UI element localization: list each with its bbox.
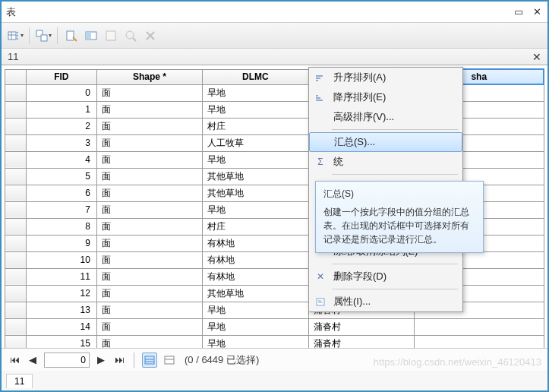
cell-sha[interactable] — [415, 318, 544, 335]
cell-dlmc[interactable]: 人工牧草 — [203, 134, 308, 151]
cell-fid[interactable]: 11 — [26, 268, 96, 285]
cell-shape[interactable]: 面 — [96, 335, 202, 348]
cell-shape[interactable]: 面 — [96, 134, 202, 151]
menu-properties[interactable]: 属性(I)... — [309, 292, 462, 311]
cell-dlmc[interactable]: 其他草地 — [203, 185, 308, 201]
cell-fid[interactable]: 2 — [26, 118, 96, 134]
cell-dlmc[interactable]: 其他草地 — [203, 168, 308, 185]
nav-next-button[interactable]: ▶ — [94, 353, 108, 367]
cell-fid[interactable]: 9 — [26, 235, 96, 251]
cell-fid[interactable]: 15 — [26, 335, 96, 348]
close-button[interactable]: ✕ — [531, 7, 543, 17]
cell-dlmc[interactable]: 旱地 — [203, 302, 308, 318]
switch-selection-button[interactable] — [82, 27, 100, 45]
cell-dlmc[interactable]: 有林地 — [203, 268, 308, 285]
cell-fid[interactable]: 7 — [26, 201, 96, 218]
cell-dlmc[interactable]: 村庄 — [203, 118, 308, 134]
cell-dlmc[interactable]: 旱地 — [203, 84, 308, 101]
menu-sort-descending[interactable]: 降序排列(E) — [309, 87, 462, 107]
row-selector[interactable] — [5, 335, 27, 348]
menu-summarize[interactable]: 汇总(S)... — [309, 132, 462, 152]
row-selector[interactable] — [5, 151, 27, 168]
cell-shape[interactable]: 面 — [96, 118, 202, 134]
row-selector[interactable] — [5, 302, 27, 318]
column-header-shape[interactable]: Shape * — [96, 69, 202, 84]
table-options-button[interactable]: ▾ — [6, 27, 24, 45]
row-selector[interactable] — [5, 268, 27, 285]
select-by-attributes-button[interactable] — [62, 27, 80, 45]
row-selector[interactable] — [5, 134, 27, 151]
row-selector[interactable] — [5, 84, 27, 101]
clear-selection-button[interactable] — [102, 27, 120, 45]
row-selector[interactable] — [5, 201, 27, 218]
cell-dlmc[interactable]: 有林地 — [203, 235, 308, 251]
menu-advanced-sort[interactable]: 高级排序(V)... — [309, 107, 462, 127]
cell-fid[interactable]: 4 — [26, 151, 96, 168]
cell-fid[interactable]: 5 — [26, 168, 96, 185]
row-selector-header[interactable] — [5, 69, 27, 84]
cell-fid[interactable]: 8 — [26, 218, 96, 235]
cell-shape[interactable]: 面 — [96, 268, 202, 285]
table-row[interactable]: 15面旱地蒲沓村 — [5, 335, 544, 348]
cell-fid[interactable]: 12 — [26, 285, 96, 302]
row-selector[interactable] — [5, 235, 27, 251]
row-selector[interactable] — [5, 168, 27, 185]
column-header-dlmc[interactable]: DLMC — [203, 69, 308, 84]
cell-shape[interactable]: 面 — [96, 185, 202, 201]
cell-shape[interactable]: 面 — [96, 302, 202, 318]
cell-fid[interactable]: 6 — [26, 185, 96, 201]
row-selector[interactable] — [5, 118, 27, 134]
cell-shape[interactable]: 面 — [96, 318, 202, 335]
cell-fid[interactable]: 14 — [26, 318, 96, 335]
cell-dlmc[interactable]: 村庄 — [203, 218, 308, 235]
row-selector[interactable] — [5, 218, 27, 235]
cell-shape[interactable]: 面 — [96, 168, 202, 185]
delete-selected-button[interactable] — [141, 27, 159, 45]
show-selected-records-button[interactable] — [162, 352, 177, 368]
cell-shape[interactable]: 面 — [96, 151, 202, 168]
cell-dlmc[interactable]: 其他草地 — [203, 285, 308, 302]
cell-fid[interactable]: 3 — [26, 134, 96, 151]
cell-dlmc[interactable]: 旱地 — [203, 151, 308, 168]
row-selector[interactable] — [5, 101, 27, 118]
cell-dlmc[interactable]: 旱地 — [203, 318, 308, 335]
nav-first-button[interactable]: ⏮ — [8, 353, 21, 367]
cell-fid[interactable]: 10 — [26, 251, 96, 268]
show-all-records-button[interactable] — [142, 352, 157, 368]
menu-statistics[interactable]: Σ 统 — [309, 152, 462, 172]
titlebar: 表 ▭ ✕ — [2, 2, 547, 23]
cell-dlmc[interactable]: 旱地 — [203, 101, 308, 118]
cell-dlmc[interactable]: 有林地 — [203, 251, 308, 268]
menu-delete-field[interactable]: ✕ 删除字段(D) — [309, 267, 462, 286]
cell-sha[interactable] — [415, 335, 544, 348]
row-selector[interactable] — [5, 285, 27, 302]
cell-fid[interactable]: 0 — [26, 84, 96, 101]
related-tables-button[interactable]: ▾ — [34, 27, 52, 45]
tab-11[interactable]: 11 — [6, 374, 33, 388]
cell-shape[interactable]: 面 — [96, 235, 202, 251]
nav-last-button[interactable]: ⏭ — [112, 353, 126, 367]
maximize-button[interactable]: ▭ — [513, 7, 525, 17]
cell-qsdwmc[interactable]: 蒲沓村 — [308, 335, 414, 348]
row-selector[interactable] — [5, 318, 27, 335]
cell-dlmc[interactable]: 旱地 — [203, 201, 308, 218]
cell-shape[interactable]: 面 — [96, 218, 202, 235]
cell-dlmc[interactable]: 旱地 — [203, 335, 308, 348]
cell-shape[interactable]: 面 — [96, 201, 202, 218]
cell-shape[interactable]: 面 — [96, 101, 202, 118]
menu-sort-ascending[interactable]: 升序排列(A) — [309, 68, 462, 87]
cell-shape[interactable]: 面 — [96, 285, 202, 302]
row-selector[interactable] — [5, 251, 27, 268]
zoom-selected-button[interactable] — [121, 27, 140, 45]
nav-prev-button[interactable]: ◀ — [26, 353, 39, 367]
table-row[interactable]: 14面旱地蒲沓村 — [5, 318, 544, 335]
subheader-close-button[interactable]: ✕ — [532, 51, 541, 63]
cell-fid[interactable]: 1 — [26, 101, 96, 118]
nav-record-input[interactable] — [44, 352, 90, 368]
cell-shape[interactable]: 面 — [96, 84, 202, 101]
column-header-fid[interactable]: FID — [26, 69, 96, 84]
cell-qsdwmc[interactable]: 蒲沓村 — [308, 318, 414, 335]
cell-shape[interactable]: 面 — [96, 251, 202, 268]
cell-fid[interactable]: 13 — [26, 302, 96, 318]
row-selector[interactable] — [5, 185, 27, 201]
